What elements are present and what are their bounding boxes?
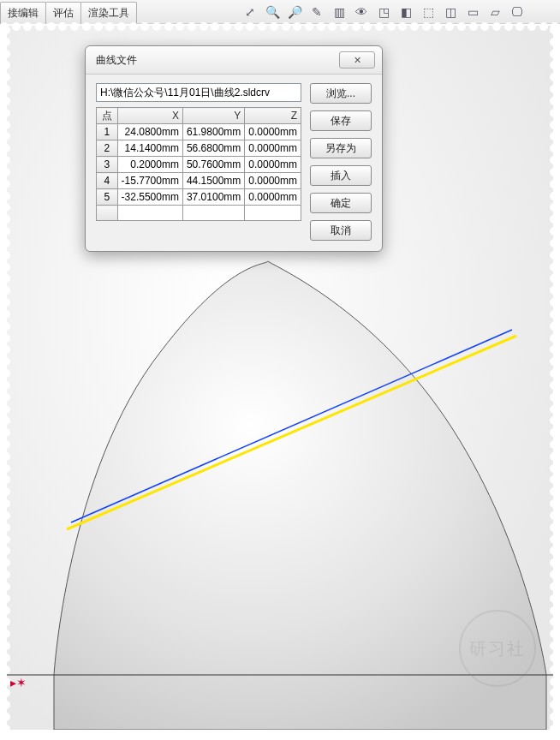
cube-top-icon[interactable]: ▱ xyxy=(486,3,503,21)
stamp-border-bottom xyxy=(0,730,560,738)
stamp-border-top xyxy=(0,22,560,31)
origin-marker-icon: ▸✶ xyxy=(10,676,27,689)
cell-x[interactable]: -32.5500mm xyxy=(117,189,182,206)
cell-y[interactable]: 44.1500mm xyxy=(182,173,244,189)
tab-render-tools[interactable]: 渲染工具 xyxy=(80,2,137,24)
dialog-titlebar[interactable]: 曲线文件 ✕ xyxy=(86,46,382,75)
cell-z[interactable]: 0.0000mm xyxy=(245,189,301,206)
cube-front-icon[interactable]: ◫ xyxy=(442,3,459,21)
table-row[interactable]: 4-15.7700mm44.1500mm0.0000mm xyxy=(97,173,301,189)
cell-y[interactable]: 50.7600mm xyxy=(182,157,244,173)
cube-right-icon[interactable]: ▭ xyxy=(464,3,481,21)
menu-tabs: 接编辑 评估 渲染工具 xyxy=(0,2,136,24)
tab-evaluate[interactable]: 评估 xyxy=(45,2,81,24)
stamp-border-left xyxy=(2,26,10,733)
zoom-area-icon[interactable]: 🔍 xyxy=(264,3,281,21)
col-x: X xyxy=(117,108,182,124)
row-index: 4 xyxy=(97,173,118,189)
cell-z[interactable]: 0.0000mm xyxy=(245,140,301,157)
row-index: 1 xyxy=(97,124,118,140)
row-index: 2 xyxy=(97,140,118,157)
cell-x[interactable]: 14.1400mm xyxy=(117,140,182,157)
cell-x[interactable]: -15.7700mm xyxy=(117,173,182,189)
curve-file-dialog: 曲线文件 ✕ 点 X Y Z 124.0800mm61.9800mm0.0000… xyxy=(85,45,383,252)
cancel-button[interactable]: 取消 xyxy=(310,220,372,241)
cell-z[interactable]: 0.0000mm xyxy=(245,124,301,140)
tab-edit[interactable]: 接编辑 xyxy=(0,2,46,24)
saveas-button[interactable]: 另存为 xyxy=(310,138,372,158)
cell-z[interactable]: 0.0000mm xyxy=(245,157,301,173)
col-y: Y xyxy=(182,108,244,124)
eye-icon[interactable]: 👁 xyxy=(353,3,370,21)
cell-y[interactable]: 61.9800mm xyxy=(182,124,244,140)
points-table[interactable]: 点 X Y Z 124.0800mm61.9800mm0.0000mm214.1… xyxy=(96,107,301,221)
table-row-empty[interactable] xyxy=(97,206,301,221)
table-row[interactable]: 5-32.5500mm37.0100mm0.0000mm xyxy=(97,189,301,206)
cell-y[interactable]: 37.0100mm xyxy=(182,189,244,206)
cell-z[interactable]: 0.0000mm xyxy=(245,173,301,189)
screen-icon[interactable]: 🖵 xyxy=(509,3,526,21)
ok-button[interactable]: 确定 xyxy=(310,193,372,213)
insert-button[interactable]: 插入 xyxy=(310,165,372,186)
table-row[interactable]: 30.2000mm50.7600mm0.0000mm xyxy=(97,157,301,173)
cube-iso-icon[interactable]: ⬚ xyxy=(420,3,437,21)
save-button[interactable]: 保存 xyxy=(310,110,372,131)
cell-y[interactable]: 56.6800mm xyxy=(182,140,244,157)
dialog-title: 曲线文件 xyxy=(96,53,137,68)
row-index: 5 xyxy=(97,189,118,206)
dialog-close-button[interactable]: ✕ xyxy=(339,51,375,69)
cell-x[interactable]: 24.0800mm xyxy=(117,124,182,140)
display-style-icon[interactable]: ◳ xyxy=(375,3,392,21)
stamp-border-right xyxy=(550,26,558,733)
zoom-previous-icon[interactable]: 🔎 xyxy=(286,3,303,21)
section-view-icon[interactable]: ✎ xyxy=(308,3,325,21)
cell-x[interactable]: 0.2000mm xyxy=(117,157,182,173)
col-z: Z xyxy=(245,108,301,124)
view-toolbar: ⤢ 🔍 🔎 ✎ ▥ 👁 ◳ ◧ ⬚ ◫ ▭ ▱ 🖵 xyxy=(241,3,526,21)
table-row[interactable]: 124.0800mm61.9800mm0.0000mm xyxy=(97,124,301,140)
scene-icon[interactable]: ◧ xyxy=(397,3,414,21)
menu-toolbar: 接编辑 评估 渲染工具 ⤢ 🔍 🔎 ✎ ▥ 👁 ◳ ◧ ⬚ ◫ ▭ ▱ 🖵 xyxy=(0,0,560,24)
watermark-badge: 研习社 xyxy=(459,610,536,687)
col-point: 点 xyxy=(97,108,118,124)
file-path-input[interactable] xyxy=(96,83,301,102)
zoom-fit-icon[interactable]: ⤢ xyxy=(241,3,259,21)
row-index: 3 xyxy=(97,157,118,173)
browse-button[interactable]: 浏览... xyxy=(310,83,372,104)
view-orientation-icon[interactable]: ▥ xyxy=(331,3,348,21)
table-row[interactable]: 214.1400mm56.6800mm0.0000mm xyxy=(97,140,301,157)
